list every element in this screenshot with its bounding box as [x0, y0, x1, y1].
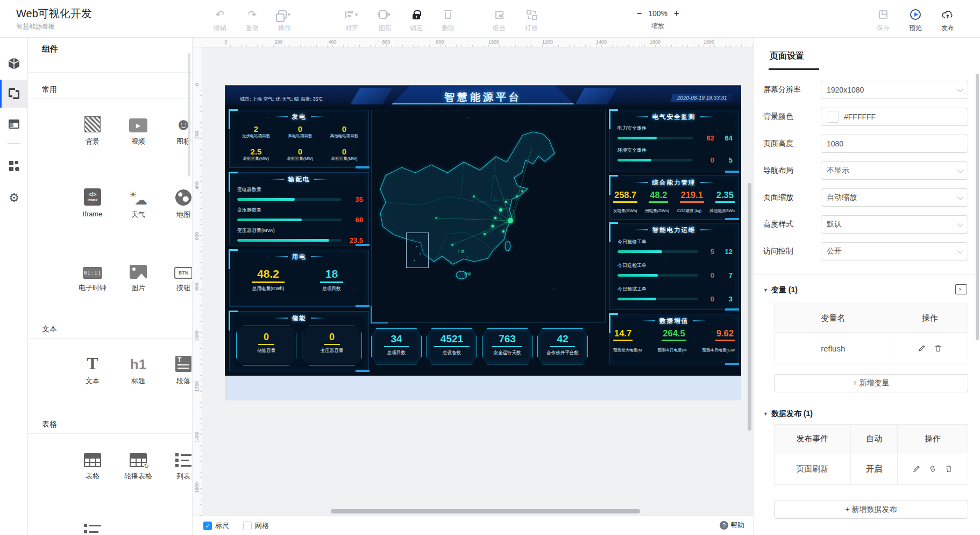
checkbox-checked-icon: ✓: [203, 522, 212, 530]
rail-item-components[interactable]: [0, 80, 28, 108]
variable-row: reflush: [775, 333, 968, 364]
component-iframe[interactable]: </> iframe Iframe: [75, 185, 110, 218]
component-clock[interactable]: 01:11 电子时钟: [75, 258, 110, 293]
save-icon: [869, 8, 898, 22]
action-menu-button[interactable]: ▼ 操作: [270, 8, 299, 33]
component-weather[interactable]: ☀☁ 天气: [120, 185, 156, 220]
redo-button[interactable]: ↷ 重做: [238, 8, 267, 33]
resolution-select[interactable]: 1920x1080: [821, 81, 968, 99]
preview-icon: [901, 8, 930, 22]
data-publish-row: 页面刷新 开启: [775, 453, 968, 484]
scatter-button[interactable]: 打散: [517, 8, 546, 33]
layout-icon: [9, 119, 19, 129]
data-publish-section-header[interactable]: 数据发布 (1): [763, 409, 813, 419]
undo-button[interactable]: ↶ 撤销: [205, 8, 235, 33]
edit-icon[interactable]: [912, 464, 921, 473]
auto-toggle-state[interactable]: 开启: [850, 453, 898, 484]
settings-tab-title[interactable]: 页面设置: [770, 51, 804, 62]
ruler-checkbox[interactable]: ✓ 标尺: [203, 521, 229, 531]
component-map[interactable]: 地图: [166, 185, 193, 220]
layer-icon: ▼: [371, 8, 400, 22]
vruler-label: 200: [194, 131, 200, 139]
dashboard-design[interactable]: 智慧能源平台 城市: 上海 空气: 优 天气: 晴 温度: 35℃ 2020-0…: [225, 85, 741, 376]
align-button[interactable]: ▼ 对齐: [337, 8, 366, 33]
zoom-out-button[interactable]: −: [637, 9, 642, 18]
dashboard-datetime: 2020-08-19 19:33:31: [671, 94, 734, 102]
component-table[interactable]: 表格: [75, 447, 110, 481]
text-icon: T: [87, 355, 98, 372]
access-control-select[interactable]: 公开: [821, 242, 968, 261]
link-icon[interactable]: [928, 464, 937, 473]
variables-section-header[interactable]: 变量 (1): [763, 285, 798, 295]
component-partial[interactable]: [75, 519, 110, 535]
settings-panel-scrollbar[interactable]: [976, 74, 979, 340]
zoom-in-button[interactable]: +: [674, 9, 679, 18]
rail-item-settings[interactable]: ⚙: [0, 184, 28, 212]
terminal-icon[interactable]: >_: [955, 284, 967, 294]
hruler-label: 1800: [704, 39, 714, 45]
page-scale-select[interactable]: 自动缩放: [821, 188, 968, 207]
rail-item-layout[interactable]: [0, 110, 28, 138]
list-partial-icon: [84, 524, 101, 535]
component-paragraph[interactable]: 段落: [166, 351, 193, 386]
component-button[interactable]: BTN 按钮: [166, 258, 193, 293]
paragraph-icon: [175, 356, 191, 372]
components-panel-title: 组件: [42, 44, 58, 54]
color-swatch[interactable]: [827, 111, 839, 123]
rail-item-3d[interactable]: [0, 50, 28, 78]
left-icon-rail: ⚙: [0, 38, 28, 535]
component-text[interactable]: T 文本: [75, 351, 110, 386]
field-access-control: 访问控制 公开: [763, 242, 968, 261]
layer-button[interactable]: ▼ 图层: [371, 8, 400, 33]
component-carousel-table[interactable]: ↻ 轮播表格: [120, 447, 156, 481]
component-image[interactable]: 图片: [120, 258, 156, 293]
action-icon: ▼: [270, 8, 299, 22]
grid-checkbox[interactable]: 网格: [243, 521, 269, 531]
field-page-scale: 页面缩放 自动缩放: [763, 188, 968, 207]
add-variable-button[interactable]: + 新增变量: [774, 374, 968, 392]
vruler-label: 0: [194, 81, 200, 88]
checkbox-unchecked-icon: [243, 522, 252, 530]
component-heading[interactable]: h1 标题: [120, 351, 156, 386]
component-list[interactable]: 列表: [166, 447, 193, 481]
panel-power-generation: 发电 2光伏电站项目数 0风电站项目数 0其他电站项目数 2.5装机容量(MW)…: [229, 110, 369, 168]
stat-total-devices: 4521 总设备数: [427, 328, 477, 364]
page-height-input[interactable]: 1080: [821, 135, 968, 153]
nav-layout-select[interactable]: 不显示: [821, 161, 968, 180]
preview-button[interactable]: 预览: [901, 8, 930, 33]
align-icon: ▼: [337, 8, 366, 22]
page-selection-strip: [225, 376, 741, 400]
app-title: Web可视化开发: [16, 6, 92, 21]
question-icon: ?: [720, 521, 728, 530]
rail-item-widgets[interactable]: [0, 152, 28, 180]
vertical-ruler: [193, 47, 202, 516]
delete-button[interactable]: 删除: [434, 8, 463, 33]
height-style-select[interactable]: 默认: [821, 215, 968, 234]
edit-icon[interactable]: [918, 344, 926, 353]
component-background[interactable]: 背景: [75, 112, 110, 146]
help-button[interactable]: ? 帮助: [720, 520, 744, 530]
canvas-horizontal-scrollbar[interactable]: [331, 509, 640, 513]
hruler-label: 800: [436, 39, 444, 45]
weather-icon: ☀☁: [129, 191, 147, 206]
add-data-publish-button[interactable]: + 新增数据发布: [774, 501, 968, 519]
storage-stat-box: 0 变压器容量: [302, 326, 362, 365]
publish-button[interactable]: 发布: [933, 8, 962, 33]
lock-button[interactable]: 锁定: [402, 8, 431, 33]
component-video[interactable]: ▶ 视频: [120, 112, 156, 146]
vruler-label: 600: [194, 233, 200, 240]
field-bg-color: 背景颜色 #FFFFFF: [763, 108, 968, 126]
components-panel-scrollbar[interactable]: [188, 53, 190, 177]
group-button[interactable]: 组合: [485, 8, 514, 33]
canvas-vertical-scrollbar[interactable]: [748, 183, 751, 431]
dashboard-weather-info: 城市: 上海 空气: 优 天气: 晴 温度: 35℃: [240, 96, 323, 103]
variables-table: 变量名 操作 reflush: [774, 304, 968, 364]
delete-icon[interactable]: [945, 464, 953, 473]
bg-color-input[interactable]: #FFFFFF: [821, 108, 968, 126]
delete-icon[interactable]: [934, 344, 942, 353]
group-icon: [485, 8, 514, 22]
storage-stat-box: 0 储能容量: [236, 326, 296, 365]
redo-icon: ↷: [238, 8, 267, 22]
save-button[interactable]: 保存: [869, 8, 898, 33]
field-page-height: 页面高度 1080: [763, 135, 968, 153]
